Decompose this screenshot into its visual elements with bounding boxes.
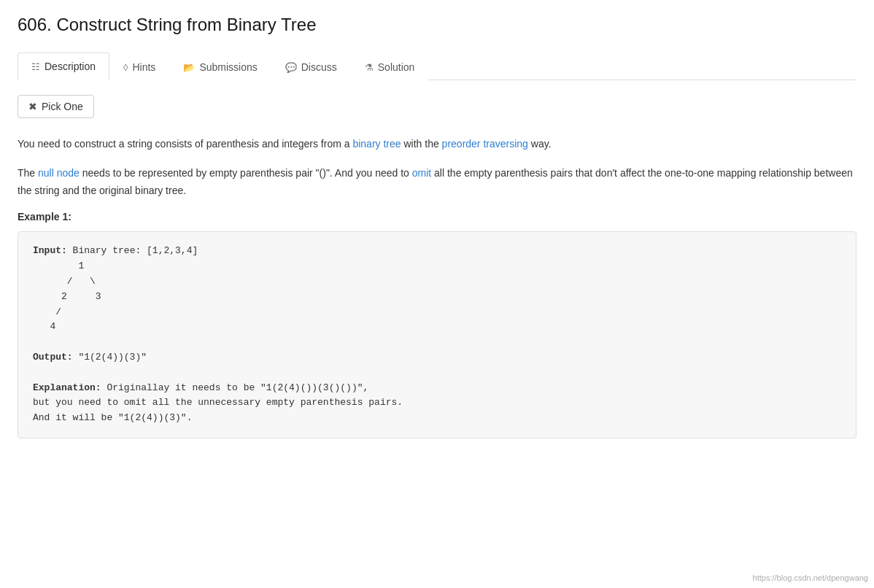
page-title: 606. Construct String from Binary Tree [18,15,856,35]
example-title: Example 1: [18,211,856,223]
tab-submissions[interactable]: 📂 Submissions [169,53,271,80]
solution-icon: ⚗ [365,62,374,73]
submissions-icon: 📂 [183,62,195,73]
tab-description[interactable]: ☷ Description [18,53,109,80]
description-para2: The null node needs to be represented by… [18,165,856,200]
tabs-container: ☷ Description ◊ Hints 📂 Submissions 💬 Di… [18,53,856,80]
description-para1: You need to construct a string consists … [18,136,856,153]
watermark: https://blog.csdn.net/dpengwang [753,573,868,582]
tab-solution-label: Solution [378,61,415,73]
hints-icon: ◊ [123,62,128,73]
discuss-icon: 💬 [285,62,297,73]
tab-hints[interactable]: ◊ Hints [109,53,169,80]
tab-discuss-label: Discuss [301,61,337,73]
pick-one-button[interactable]: ✖ Pick One [18,95,94,118]
tab-description-label: Description [45,61,96,72]
tab-hints-label: Hints [132,61,155,73]
pick-one-label: Pick One [42,101,83,112]
description-icon: ☷ [31,61,40,72]
shuffle-icon: ✖ [28,101,37,112]
tab-submissions-label: Submissions [199,61,257,73]
tab-discuss[interactable]: 💬 Discuss [271,53,351,80]
tab-solution[interactable]: ⚗ Solution [351,53,429,80]
code-block: Input: Binary tree: [1,2,3,4] 1 / \ 2 3 … [18,231,856,438]
